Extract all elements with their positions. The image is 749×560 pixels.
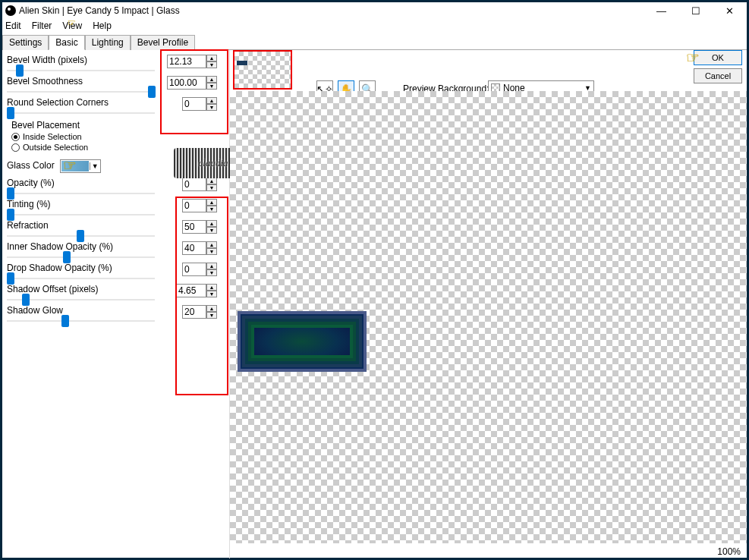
inner-shadow-slider[interactable]: [7, 256, 155, 258]
shadow-offset-spinner[interactable]: ▲▼: [206, 284, 217, 297]
menu-edit[interactable]: Edit: [5, 20, 21, 31]
maximize-button[interactable]: ☐: [678, 2, 713, 19]
navigator-thumbnail[interactable]: [233, 50, 292, 90]
opacity-slider[interactable]: [7, 193, 155, 194]
menu-help[interactable]: Help: [93, 20, 112, 31]
minimize-button[interactable]: —: [644, 2, 678, 19]
glass-color-label: Glass Color: [7, 160, 55, 171]
menu-filter[interactable]: Filter: [32, 20, 52, 31]
glass-effect-preview: [238, 311, 367, 372]
tab-settings[interactable]: Settings: [2, 35, 49, 50]
tab-basic[interactable]: Basic: [49, 35, 84, 50]
annotation-hand-ok: ☞: [686, 49, 700, 67]
bevel-smoothness-slider[interactable]: [7, 91, 155, 93]
menubar: Edit Filter View Help ☞: [2, 19, 747, 33]
ok-button[interactable]: OK: [694, 50, 742, 65]
tinting-spinner[interactable]: ▲▼: [206, 199, 217, 212]
inner-shadow-input[interactable]: [182, 241, 206, 255]
app-icon: [5, 5, 16, 16]
tab-lighting[interactable]: Lighting: [85, 35, 131, 50]
outside-selection-radio[interactable]: [11, 143, 20, 152]
drop-shadow-input[interactable]: [182, 263, 206, 276]
tab-bevel-profile[interactable]: Bevel Profile: [131, 35, 195, 50]
bevel-width-spinner[interactable]: ▲▼: [206, 55, 217, 68]
refraction-input[interactable]: [182, 220, 206, 234]
shadow-offset-slider[interactable]: [7, 299, 155, 300]
bevel-smoothness-input[interactable]: [167, 76, 206, 90]
round-corners-input[interactable]: [182, 97, 206, 111]
round-corners-slider[interactable]: [7, 112, 155, 114]
bevel-width-input[interactable]: [167, 55, 206, 68]
bevel-smoothness-spinner[interactable]: ▲▼: [206, 76, 217, 90]
cancel-button[interactable]: Cancel: [694, 68, 742, 83]
inner-shadow-spinner[interactable]: ▲▼: [206, 241, 217, 255]
annotation-hand-color: ☞: [63, 156, 77, 175]
preview-area: ↖✧ ✋ 🔍 Preview Background: None ▼ OK ☞ C…: [230, 50, 747, 558]
outside-selection-label: Outside Selection: [23, 143, 88, 152]
inside-selection-radio[interactable]: [11, 133, 20, 141]
round-corners-spinner[interactable]: ▲▼: [206, 97, 217, 111]
titlebar: Alien Skin | Eye Candy 5 Impact | Glass …: [2, 2, 747, 19]
annotation-hand-lighting: ☞: [68, 17, 76, 28]
window-title: Alien Skin | Eye Candy 5 Impact | Glass: [19, 5, 644, 16]
shadow-offset-input[interactable]: [176, 284, 206, 297]
zoom-level: 100%: [717, 546, 741, 557]
shadow-glow-slider[interactable]: [7, 320, 155, 322]
opacity-spinner[interactable]: ▲▼: [206, 178, 217, 191]
shadow-glow-spinner[interactable]: ▲▼: [206, 305, 217, 319]
refraction-spinner[interactable]: ▲▼: [206, 220, 217, 234]
close-button[interactable]: ✕: [713, 2, 747, 19]
drop-shadow-spinner[interactable]: ▲▼: [206, 263, 217, 276]
tab-bar: Settings Basic Lighting Bevel Profile: [2, 34, 747, 50]
opacity-input[interactable]: [182, 178, 206, 191]
tinting-slider[interactable]: [7, 214, 155, 216]
bevel-placement-label: Bevel Placement: [11, 120, 225, 131]
preview-canvas[interactable]: [230, 91, 747, 543]
inside-selection-label: Inside Selection: [23, 132, 82, 141]
settings-panel: Bevel Width (pixels) ▲▼ Bevel Smoothness…: [2, 50, 230, 558]
drop-shadow-slider[interactable]: [7, 278, 155, 279]
tinting-input[interactable]: [182, 199, 206, 212]
refraction-slider[interactable]: [7, 235, 155, 237]
bevel-width-slider[interactable]: [7, 70, 155, 71]
shadow-glow-input[interactable]: [182, 305, 206, 319]
